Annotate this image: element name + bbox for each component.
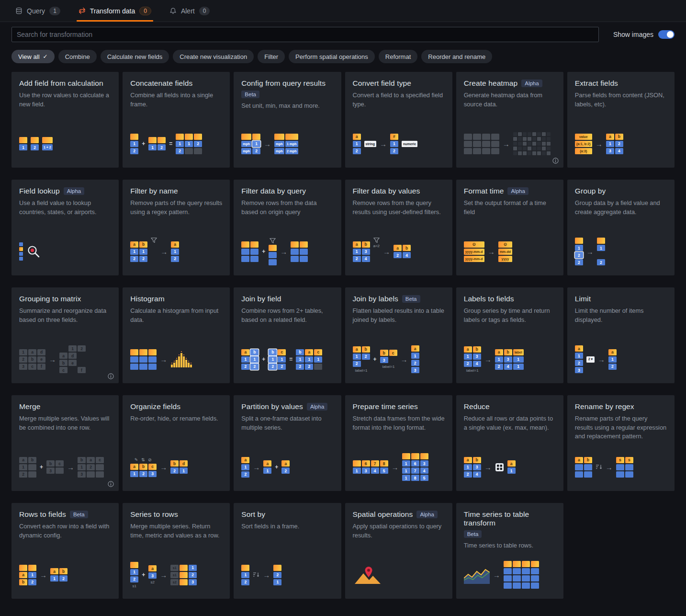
mini-grid: bac123 <box>78 457 104 478</box>
cell <box>491 148 499 154</box>
cell <box>130 364 138 370</box>
search-input[interactable] <box>11 27 599 42</box>
mini-table <box>464 134 499 154</box>
filter-pill-calculate-new-fields[interactable]: Calculate new fields <box>101 50 169 63</box>
cell <box>542 132 546 136</box>
cell <box>523 151 527 155</box>
transformation-card-field-lookup[interactable]: Field lookupAlphaUse a field value to lo… <box>11 180 119 275</box>
card-head: Filter data by values <box>353 187 445 195</box>
transformation-card-reduce[interactable]: ReduceReduce all rows or data points to … <box>456 395 563 491</box>
transformation-card-labels-to-fields[interactable]: Labels to fieldsGroup series by time and… <box>456 287 563 383</box>
cell <box>157 137 166 143</box>
mini-table: bc1122 <box>269 349 286 370</box>
card-illustration: ✎ ⇅ ⊘abc123→bd21 <box>130 450 222 484</box>
cell <box>513 142 517 146</box>
cell: 2 <box>241 471 249 478</box>
transformation-card-grouping-to-matrix[interactable]: Grouping to matrixSummarize and reorgani… <box>11 287 119 383</box>
transformation-card-filter-data-by-values[interactable]: Filter data by valuesRemove rows from th… <box>345 180 452 275</box>
filter-pill-view-all[interactable]: View all✓ <box>11 50 55 63</box>
mini-table: ab1234 <box>606 134 623 154</box>
operator-glyph: + <box>40 464 43 470</box>
tab-transform-data[interactable]: Transform data0 <box>77 0 153 22</box>
transformation-card-filter-data-by-query[interactable]: Filter data by queryRemove rows from the… <box>234 180 341 275</box>
cell: 1 <box>507 468 516 474</box>
transformation-card-time-series-to-table-transform[interactable]: Time series to table transformBetaTime s… <box>456 503 563 599</box>
card-head: Join by field <box>241 295 333 303</box>
transformation-card-concatenate-fields[interactable]: Concatenate fieldsCombine all fields int… <box>123 72 230 168</box>
mini-table: 1 + 2 <box>42 137 53 150</box>
transformation-card-organize-fields[interactable]: Organize fieldsRe-order, hide, or rename… <box>123 395 230 491</box>
mini-grid: ab1324 <box>464 457 481 478</box>
cell <box>542 151 546 155</box>
transformation-card-add-field-from-calculation[interactable]: Add field from calculationUse the row va… <box>11 72 119 168</box>
cell <box>250 241 259 248</box>
card-title: Add field from calculation <box>19 79 103 88</box>
icon-label: a=2 <box>373 244 380 248</box>
tab-query[interactable]: Query1 <box>13 0 62 22</box>
transformation-card-filter-by-name[interactable]: Filter by nameRemove parts of the query … <box>123 180 230 275</box>
transformation-card-config-from-query-results[interactable]: Config from query resultsBetaSet unit, m… <box>234 72 341 168</box>
transformation-card-limit[interactable]: LimitLimit the number of items displayed… <box>567 287 675 383</box>
transformation-card-join-by-field[interactable]: Join by fieldCombine rows from 2+ tables… <box>234 287 341 383</box>
cell <box>300 249 308 255</box>
transformation-card-sort-by[interactable]: Sort bySort fields in a frame.12→21 <box>234 503 341 599</box>
cell: 2 <box>170 468 179 474</box>
info-icon[interactable] <box>552 158 559 164</box>
mini-grid: ab <box>575 457 592 478</box>
transformation-card-join-by-labels[interactable]: Join by labelsBetaFlatten labeled result… <box>345 287 452 383</box>
stage-badge: Alpha <box>307 403 327 411</box>
cell <box>87 471 95 478</box>
card-illustration: 121 + 2 <box>19 127 111 160</box>
transformation-card-prepare-time-series[interactable]: Prepare time seriesStretch data frames f… <box>345 395 452 491</box>
mini-grid: ab1122 <box>241 349 259 370</box>
cell <box>513 147 517 150</box>
transformation-card-histogram[interactable]: HistogramCalculate a histogram from inpu… <box>123 287 230 383</box>
cell <box>464 141 472 147</box>
cell <box>575 238 583 244</box>
cell <box>473 148 481 154</box>
mini-grid: ab12 <box>19 457 36 478</box>
mini-grid: ab12 <box>50 568 67 582</box>
card-head: Join by labelsBeta <box>353 295 445 303</box>
stage-badge: Alpha <box>507 187 528 195</box>
tab-alert[interactable]: Alert0 <box>168 0 212 22</box>
cell: 1 <box>180 468 188 474</box>
transformation-card-extract-fields[interactable]: Extract fieldsParse fields from content … <box>567 72 675 168</box>
transformation-card-rows-to-fields[interactable]: Rows to fieldsBetaConvert each row into … <box>11 503 119 599</box>
cell <box>522 575 530 582</box>
card-illustration: ab122label=1+bc3label=1→a123 <box>353 342 445 376</box>
show-images-toggle[interactable] <box>658 30 675 39</box>
cell: 2 <box>597 259 605 265</box>
transformation-card-create-heatmap[interactable]: Create heatmapAlphaGenerate heatmap data… <box>456 72 563 168</box>
cell <box>250 256 259 262</box>
transformation-card-convert-field-type[interactable]: Convert field typeConvert a field to a s… <box>345 72 452 168</box>
transformation-card-rename-by-regex[interactable]: Rename by regexRename parts of the query… <box>567 395 675 491</box>
cell: a <box>507 460 516 467</box>
transformation-card-spatial-operations[interactable]: Spatial operationsAlphaApply spatial ope… <box>345 503 452 599</box>
cell <box>528 147 531 150</box>
arrow-icon: → <box>160 571 167 579</box>
cell: a <box>171 241 179 248</box>
info-icon[interactable] <box>108 373 114 379</box>
cell: 2 <box>353 361 361 367</box>
info-icon[interactable] <box>108 481 114 487</box>
transformation-card-group-by[interactable]: Group byGroup data by a field value and … <box>567 180 675 275</box>
filter-pill-reorder-and-rename[interactable]: Reorder and rename <box>421 50 492 63</box>
cell <box>518 151 522 155</box>
transformation-card-format-time[interactable]: Format timeAlphaSet the output format of… <box>456 180 563 275</box>
mini-grid: a3 <box>148 565 157 579</box>
cell <box>575 464 583 470</box>
transformation-card-series-to-rows[interactable]: Series to rowsMerge multiple series. Ret… <box>123 503 230 599</box>
cell: 2 <box>464 361 472 367</box>
cell: s1 <box>170 572 179 578</box>
filter-pill-filter[interactable]: Filter <box>258 50 285 63</box>
filter-pill-create-new-visualization[interactable]: Create new visualization <box>173 50 254 63</box>
filter-pill-reformat[interactable]: Reformat <box>379 50 417 63</box>
transformation-card-merge[interactable]: MergeMerge multiple series. Values will … <box>11 395 119 491</box>
card-title: Limit <box>575 295 591 303</box>
cell: 1 <box>278 356 286 363</box>
transformation-card-partition-by-values[interactable]: Partition by valuesAlphaSplit a one-fram… <box>234 395 341 491</box>
card-description: Parse fields from content (JSON, labels,… <box>575 91 667 109</box>
filter-pill-perform-spatial-operations[interactable]: Perform spatial operations <box>289 50 375 63</box>
filter-pill-combine[interactable]: Combine <box>58 50 97 63</box>
